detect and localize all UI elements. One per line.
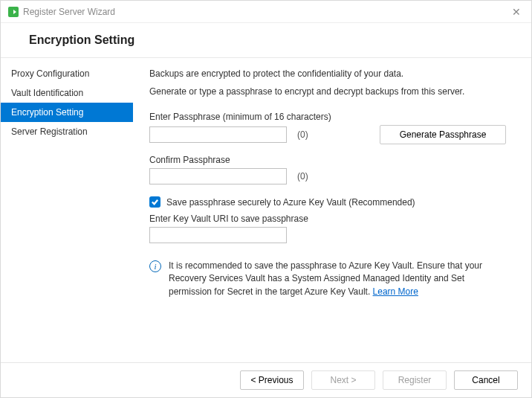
- save-keyvault-checkbox[interactable]: [149, 196, 160, 208]
- previous-button[interactable]: < Previous: [240, 370, 304, 390]
- next-button[interactable]: Next >: [311, 370, 375, 390]
- intro-text-2: Generate or type a passphrase to encrypt…: [149, 86, 506, 97]
- cancel-button[interactable]: Cancel: [454, 370, 518, 390]
- save-keyvault-label: Save passphrase securely to Azure Key Va…: [166, 197, 415, 208]
- app-icon: [8, 7, 19, 17]
- sidebar-item-proxy[interactable]: Proxy Configuration: [1, 64, 133, 83]
- page-title: Encryption Setting: [29, 33, 531, 47]
- learn-more-link[interactable]: Learn More: [373, 286, 418, 297]
- confirm-passphrase-label: Confirm Passphrase: [149, 155, 506, 165]
- enter-passphrase-count: (0): [297, 129, 308, 140]
- sidebar-item-encryption[interactable]: Encryption Setting: [1, 103, 133, 122]
- header-band: Encryption Setting: [1, 23, 531, 57]
- wizard-window: Register Server Wizard ✕ Encryption Sett…: [0, 0, 532, 398]
- sidebar-item-registration[interactable]: Server Registration: [1, 122, 133, 141]
- info-banner: i It is recommended to save the passphra…: [149, 260, 506, 298]
- footer: < Previous Next > Register Cancel: [1, 362, 531, 397]
- intro-text-1: Backups are encrypted to protect the con…: [149, 68, 506, 79]
- keyvault-uri-input[interactable]: [149, 227, 287, 243]
- confirm-passphrase-input[interactable]: [149, 168, 287, 184]
- info-text: It is recommended to save the passphrase…: [169, 260, 506, 298]
- close-icon[interactable]: ✕: [509, 6, 524, 18]
- info-icon: i: [149, 260, 161, 272]
- info-message: It is recommended to save the passphrase…: [169, 260, 482, 297]
- content-panel: Backups are encrypted to protect the con…: [133, 58, 531, 362]
- enter-passphrase-input[interactable]: [149, 126, 287, 143]
- sidebar: Proxy Configuration Vault Identification…: [1, 58, 133, 362]
- register-button[interactable]: Register: [383, 370, 447, 390]
- generate-passphrase-button[interactable]: Generate Passphrase: [380, 125, 506, 144]
- keyvault-uri-label: Enter Key Vault URI to save passphrase: [149, 214, 506, 224]
- titlebar: Register Server Wizard ✕: [1, 1, 531, 23]
- window-title: Register Server Wizard: [23, 7, 115, 17]
- sidebar-item-vault[interactable]: Vault Identification: [1, 83, 133, 103]
- enter-passphrase-label: Enter Passphrase (minimum of 16 characte…: [149, 112, 506, 122]
- confirm-passphrase-count: (0): [297, 171, 308, 182]
